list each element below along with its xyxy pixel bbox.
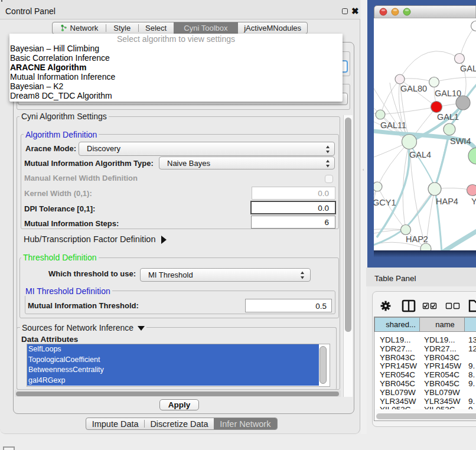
svg-text:GAL4: GAL4: [409, 150, 431, 159]
svg-text:GAL1: GAL1: [437, 112, 459, 122]
svg-text:HAP4: HAP4: [436, 197, 458, 206]
svg-text:GAL80: GAL80: [400, 84, 427, 93]
svg-text:GAL2: GAL2: [460, 64, 476, 73]
svg-text:GAL10: GAL10: [435, 89, 461, 98]
svg-text:SWI4: SWI4: [450, 136, 471, 146]
svg-text:GAL11: GAL11: [380, 120, 406, 130]
svg-text:GCY1: GCY1: [373, 198, 396, 207]
svg-text:Y: Y: [471, 197, 476, 206]
svg-text:HAP2: HAP2: [406, 234, 428, 244]
